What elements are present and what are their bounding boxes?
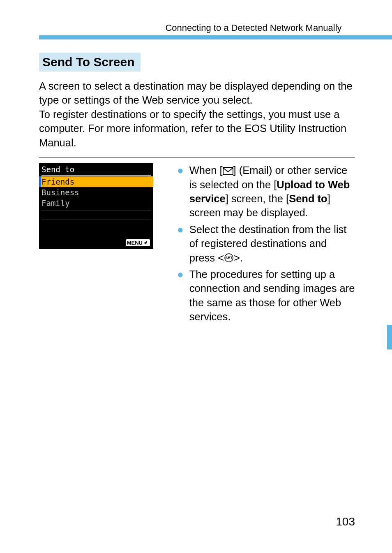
camera-list-divider (42, 210, 151, 211)
camera-screen-title: Send to (39, 163, 153, 175)
text-fragment: ] screen, the [ (226, 193, 289, 204)
section-divider (39, 157, 355, 157)
header-rule (39, 35, 392, 39)
text-bold-fragment: Send to (289, 193, 327, 204)
section-heading: Send To Screen (39, 53, 141, 72)
list-item: Family (39, 198, 153, 208)
menu-label: MENU (127, 240, 143, 246)
bullet-item: ● When [] (Email) or other service is se… (176, 163, 355, 220)
bullet-list: ● When [] (Email) or other service is se… (176, 163, 355, 326)
list-item: Friends (39, 176, 153, 187)
page-content: Send To Screen A screen to select a dest… (39, 53, 355, 326)
bullet-dot-icon: ● (177, 267, 184, 324)
bullet-text: The procedures for setting up a connecti… (189, 267, 355, 324)
bullet-text: Select the destination from the list of … (189, 222, 355, 265)
email-icon (223, 167, 233, 175)
bullet-text: When [] (Email) or other service is sele… (189, 163, 355, 220)
list-item: Business (39, 187, 153, 198)
camera-title-underline (42, 175, 151, 176)
bullet-dot-icon: ● (177, 222, 184, 265)
side-thumb-tab (387, 325, 392, 349)
menu-badge: MENU (126, 239, 150, 246)
intro-paragraph: A screen to select a destination may be … (39, 79, 355, 150)
camera-menu-indicator: MENU (126, 237, 150, 246)
bullet-item: ● The procedures for setting up a connec… (176, 267, 355, 324)
svg-text:SET: SET (225, 256, 233, 260)
running-header: Connecting to a Detected Network Manuall… (0, 23, 392, 33)
page-number: 103 (336, 515, 355, 528)
bullet-item: ● Select the destination from the list o… (176, 222, 355, 265)
bullet-dot-icon: ● (177, 163, 184, 220)
text-fragment: When [ (189, 164, 223, 176)
text-fragment: Select the destination from the list of … (189, 224, 347, 264)
set-button-icon: SET (224, 253, 234, 263)
text-fragment: >. (234, 252, 243, 264)
camera-screen: Send to Friends Business Family MENU (39, 163, 153, 249)
two-column-layout: Send to Friends Business Family MENU (39, 163, 355, 326)
camera-list-divider (42, 220, 151, 220)
svg-rect-0 (223, 167, 233, 175)
camera-screenshot: Send to Friends Business Family MENU (39, 163, 153, 326)
return-icon (143, 241, 149, 245)
